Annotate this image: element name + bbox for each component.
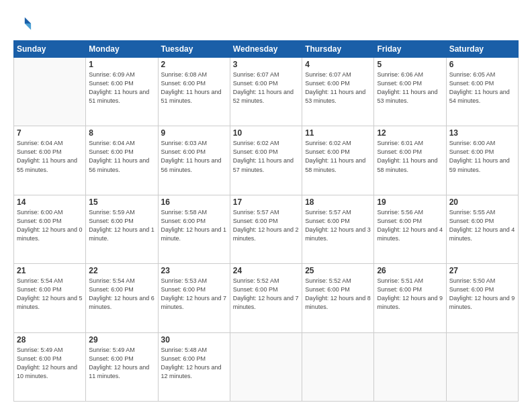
day-number: 26: [377, 266, 443, 275]
day-number: 30: [161, 335, 227, 345]
day-info: Sunrise: 6:04 AMSunset: 6:00 PMDaylight:…: [89, 139, 154, 174]
calendar-cell: 27Sunrise: 5:50 AMSunset: 6:00 PMDayligh…: [446, 264, 518, 332]
day-info: Sunrise: 6:05 AMSunset: 6:00 PMDaylight:…: [449, 71, 515, 105]
day-info: Sunrise: 6:04 AMSunset: 6:00 PMDaylight:…: [17, 139, 83, 174]
calendar-cell: 7Sunrise: 6:04 AMSunset: 6:00 PMDaylight…: [14, 126, 86, 195]
day-number: 3: [233, 60, 299, 69]
weekday-header-wednesday: Wednesday: [230, 41, 302, 58]
day-number: 5: [377, 60, 443, 69]
day-info: Sunrise: 6:00 AMSunset: 6:00 PMDaylight:…: [449, 139, 515, 174]
logo: [13, 15, 34, 34]
calendar-cell: 23Sunrise: 5:53 AMSunset: 6:00 PMDayligh…: [158, 264, 230, 332]
day-number: 16: [161, 197, 227, 207]
day-number: 2: [161, 60, 227, 69]
day-number: 20: [449, 197, 515, 207]
calendar-cell: [446, 332, 518, 401]
day-info: Sunrise: 5:54 AMSunset: 6:00 PMDaylight:…: [17, 277, 83, 312]
day-info: Sunrise: 5:49 AMSunset: 6:00 PMDaylight:…: [89, 346, 154, 381]
weekday-header-thursday: Thursday: [302, 41, 374, 58]
calendar-cell: 29Sunrise: 5:49 AMSunset: 6:00 PMDayligh…: [86, 332, 158, 401]
day-info: Sunrise: 5:57 AMSunset: 6:00 PMDaylight:…: [233, 208, 299, 243]
day-info: Sunrise: 6:01 AMSunset: 6:00 PMDaylight:…: [377, 139, 443, 174]
svg-marker-1: [25, 24, 31, 30]
day-number: 27: [449, 266, 515, 275]
day-number: 18: [305, 197, 371, 207]
calendar-cell: 22Sunrise: 5:54 AMSunset: 6:00 PMDayligh…: [86, 264, 158, 332]
week-row-4: 21Sunrise: 5:54 AMSunset: 6:00 PMDayligh…: [14, 264, 519, 332]
day-number: 8: [89, 128, 154, 138]
header: [13, 12, 519, 34]
day-number: 17: [233, 197, 299, 207]
logo-icon: [13, 15, 32, 34]
calendar-cell: 3Sunrise: 6:07 AMSunset: 6:00 PMDaylight…: [230, 58, 302, 126]
day-number: 12: [377, 128, 443, 138]
page: SundayMondayTuesdayWednesdayThursdayFrid…: [0, 0, 532, 411]
calendar-cell: 14Sunrise: 6:00 AMSunset: 6:00 PMDayligh…: [14, 195, 86, 263]
calendar-cell: 18Sunrise: 5:57 AMSunset: 6:00 PMDayligh…: [302, 195, 374, 263]
day-number: 24: [233, 266, 299, 275]
svg-marker-0: [25, 17, 31, 24]
day-info: Sunrise: 6:02 AMSunset: 6:00 PMDaylight:…: [233, 139, 299, 174]
day-number: 28: [17, 335, 83, 345]
calendar-cell: 24Sunrise: 5:52 AMSunset: 6:00 PMDayligh…: [230, 264, 302, 332]
day-info: Sunrise: 6:09 AMSunset: 6:00 PMDaylight:…: [89, 71, 154, 105]
day-info: Sunrise: 5:56 AMSunset: 6:00 PMDaylight:…: [377, 208, 443, 243]
day-number: 25: [305, 266, 371, 275]
day-info: Sunrise: 5:57 AMSunset: 6:00 PMDaylight:…: [305, 208, 371, 243]
calendar-cell: 6Sunrise: 6:05 AMSunset: 6:00 PMDaylight…: [446, 58, 518, 126]
day-number: 11: [305, 128, 371, 138]
day-info: Sunrise: 6:03 AMSunset: 6:00 PMDaylight:…: [161, 139, 227, 174]
calendar-cell: 9Sunrise: 6:03 AMSunset: 6:00 PMDaylight…: [158, 126, 230, 195]
day-info: Sunrise: 5:59 AMSunset: 6:00 PMDaylight:…: [89, 208, 154, 243]
day-info: Sunrise: 6:00 AMSunset: 6:00 PMDaylight:…: [17, 208, 83, 243]
day-info: Sunrise: 5:58 AMSunset: 6:00 PMDaylight:…: [161, 208, 227, 243]
day-info: Sunrise: 5:52 AMSunset: 6:00 PMDaylight:…: [305, 277, 371, 312]
calendar-cell: 2Sunrise: 6:08 AMSunset: 6:00 PMDaylight…: [158, 58, 230, 126]
day-info: Sunrise: 6:07 AMSunset: 6:00 PMDaylight:…: [305, 71, 371, 105]
day-number: 4: [305, 60, 371, 69]
weekday-header-row: SundayMondayTuesdayWednesdayThursdayFrid…: [14, 41, 519, 58]
calendar-cell: 16Sunrise: 5:58 AMSunset: 6:00 PMDayligh…: [158, 195, 230, 263]
weekday-header-sunday: Sunday: [14, 41, 86, 58]
day-info: Sunrise: 5:54 AMSunset: 6:00 PMDaylight:…: [89, 277, 154, 312]
week-row-3: 14Sunrise: 6:00 AMSunset: 6:00 PMDayligh…: [14, 195, 519, 263]
calendar-cell: 10Sunrise: 6:02 AMSunset: 6:00 PMDayligh…: [230, 126, 302, 195]
day-info: Sunrise: 6:07 AMSunset: 6:00 PMDaylight:…: [233, 71, 299, 105]
calendar-cell: 17Sunrise: 5:57 AMSunset: 6:00 PMDayligh…: [230, 195, 302, 263]
calendar-cell: 13Sunrise: 6:00 AMSunset: 6:00 PMDayligh…: [446, 126, 518, 195]
calendar-cell: 19Sunrise: 5:56 AMSunset: 6:00 PMDayligh…: [374, 195, 446, 263]
day-number: 13: [449, 128, 515, 138]
day-number: 19: [377, 197, 443, 207]
weekday-header-saturday: Saturday: [446, 41, 518, 58]
day-number: 9: [161, 128, 227, 138]
weekday-header-monday: Monday: [86, 41, 158, 58]
calendar-cell: [14, 58, 86, 126]
day-info: Sunrise: 5:55 AMSunset: 6:00 PMDaylight:…: [449, 208, 515, 243]
calendar-cell: 28Sunrise: 5:49 AMSunset: 6:00 PMDayligh…: [14, 332, 86, 401]
week-row-2: 7Sunrise: 6:04 AMSunset: 6:00 PMDaylight…: [14, 126, 519, 195]
day-info: Sunrise: 6:06 AMSunset: 6:00 PMDaylight:…: [377, 71, 443, 105]
day-info: Sunrise: 5:49 AMSunset: 6:00 PMDaylight:…: [17, 346, 83, 381]
day-number: 21: [17, 266, 83, 275]
calendar-cell: 1Sunrise: 6:09 AMSunset: 6:00 PMDaylight…: [86, 58, 158, 126]
day-number: 10: [233, 128, 299, 138]
day-info: Sunrise: 5:50 AMSunset: 6:00 PMDaylight:…: [449, 277, 515, 312]
calendar-cell: 11Sunrise: 6:02 AMSunset: 6:00 PMDayligh…: [302, 126, 374, 195]
day-info: Sunrise: 5:48 AMSunset: 6:00 PMDaylight:…: [161, 346, 227, 381]
weekday-header-tuesday: Tuesday: [158, 41, 230, 58]
day-number: 14: [17, 197, 83, 207]
calendar-cell: [230, 332, 302, 401]
calendar-cell: 5Sunrise: 6:06 AMSunset: 6:00 PMDaylight…: [374, 58, 446, 126]
day-info: Sunrise: 5:53 AMSunset: 6:00 PMDaylight:…: [161, 277, 227, 312]
day-info: Sunrise: 5:52 AMSunset: 6:00 PMDaylight:…: [233, 277, 299, 312]
day-number: 7: [17, 128, 83, 138]
day-info: Sunrise: 5:51 AMSunset: 6:00 PMDaylight:…: [377, 277, 443, 312]
calendar-cell: 12Sunrise: 6:01 AMSunset: 6:00 PMDayligh…: [374, 126, 446, 195]
day-number: 29: [89, 335, 154, 345]
day-number: 1: [89, 60, 154, 69]
calendar-cell: 8Sunrise: 6:04 AMSunset: 6:00 PMDaylight…: [86, 126, 158, 195]
day-info: Sunrise: 6:02 AMSunset: 6:00 PMDaylight:…: [305, 139, 371, 174]
day-number: 23: [161, 266, 227, 275]
calendar-cell: 26Sunrise: 5:51 AMSunset: 6:00 PMDayligh…: [374, 264, 446, 332]
calendar-cell: [302, 332, 374, 401]
